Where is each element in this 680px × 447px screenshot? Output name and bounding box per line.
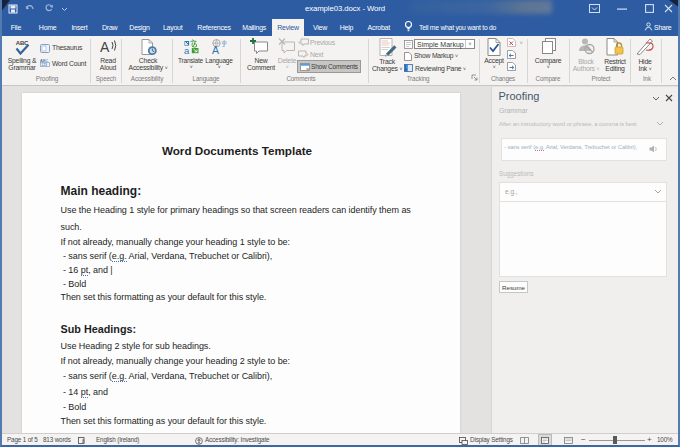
svg-text:ABC: ABC — [40, 58, 48, 63]
svg-text:A: A — [100, 39, 110, 54]
svg-text:a: a — [184, 45, 190, 55]
svg-text:8: 8 — [82, 439, 85, 444]
svg-text:A: A — [212, 44, 219, 55]
svg-text:123: 123 — [41, 63, 47, 67]
